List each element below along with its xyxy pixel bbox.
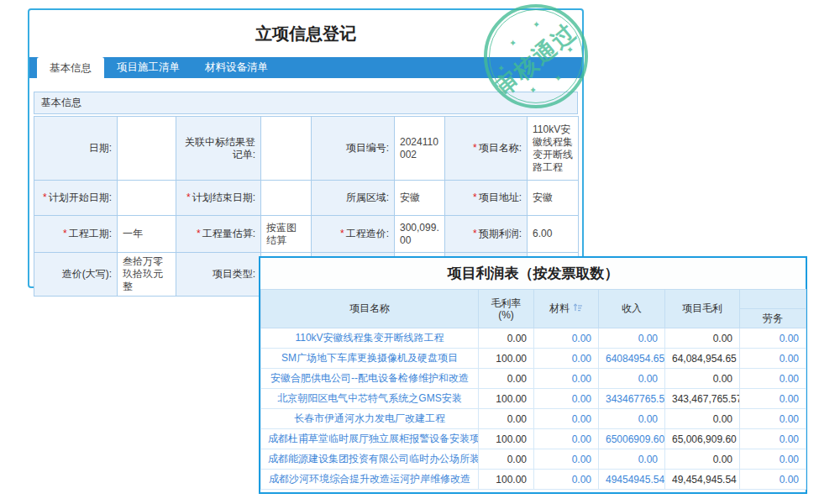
material-value: 0.00 xyxy=(534,349,599,369)
project-name-link[interactable]: 长春市伊通河水力发电厂改建工程 xyxy=(261,409,479,429)
field-label: *项目地址: xyxy=(445,181,528,216)
section-header-basic-info: 基本信息 xyxy=(34,92,578,114)
project-name-link[interactable]: 安徽合肥供电公司--配电设备检修维护和改造 xyxy=(261,369,479,389)
field-label: 项目编号: xyxy=(312,117,395,181)
material-value: 0.00 xyxy=(534,470,599,490)
project-gross-value: 0.00 xyxy=(665,449,740,470)
project-name-link[interactable]: 成都能源建设集团投资有限公司临时办公场所装修改 xyxy=(261,449,479,470)
field-label: *工程造价: xyxy=(312,216,395,253)
gross-rate-value: 100.00 xyxy=(479,470,534,490)
gross-rate-value: 100.00 xyxy=(479,349,534,369)
field-label: 日期: xyxy=(34,117,118,181)
gross-rate-value: 0.00 xyxy=(479,409,534,429)
column-header-income: 收入 xyxy=(599,290,665,328)
field-value[interactable]: 2024110002 xyxy=(395,117,445,181)
project-name-link[interactable]: 成都杜甫草堂临时展厅独立展柜报警设备安装项目 xyxy=(261,429,479,449)
profit-table-row: 110kV安徽线程集变开断线路工程0.000.000.000.000.00 xyxy=(261,328,806,349)
labor-value: 0.00 xyxy=(740,449,806,470)
field-value[interactable] xyxy=(261,117,312,181)
column-header-material[interactable]: 材料 xyxy=(534,290,599,328)
income-value: 64084954.65 xyxy=(599,349,665,369)
field-value[interactable]: 300,099.00 xyxy=(395,216,445,253)
income-value: 0.00 xyxy=(599,409,665,429)
field-label: 造价(大写): xyxy=(34,253,118,297)
project-name-link[interactable]: 成都沙河环境综合提升改造运河护岸维修改造 xyxy=(261,470,479,490)
field-label: *工程工期: xyxy=(34,216,118,253)
gross-rate-label: 毛利率 xyxy=(479,297,533,309)
tab-2[interactable]: 材料设备清单 xyxy=(192,57,281,78)
gross-rate-unit: (%) xyxy=(479,309,533,321)
field-label: *工程量估算: xyxy=(176,216,261,253)
page-title: 立项信息登记 xyxy=(29,23,582,45)
field-value[interactable] xyxy=(118,117,176,181)
field-value[interactable]: 叁拾万零玖拾玖元整 xyxy=(118,253,176,297)
field-value[interactable]: 6.00 xyxy=(528,216,579,253)
project-name-link[interactable]: 北京朝阳区电气中芯特气系统之GMS安装 xyxy=(261,389,479,409)
profit-table-row: 成都沙河环境综合提升改造运河护岸维修改造100.000.0049454945.5… xyxy=(261,470,806,490)
gross-rate-value: 100.00 xyxy=(479,429,534,449)
project-gross-value: 0.00 xyxy=(665,409,740,429)
field-label: *项目名称: xyxy=(445,117,528,181)
labor-value: 0.00 xyxy=(740,369,806,389)
required-asterisk: * xyxy=(197,228,201,239)
profit-table-title: 项目利润表（按发票取数） xyxy=(260,258,806,289)
field-value[interactable]: 一年 xyxy=(118,216,176,253)
labor-value: 0.00 xyxy=(740,470,806,490)
column-header-labor: 劳务 xyxy=(740,309,806,328)
field-value[interactable]: 110kV安徽线程集变开断线路工程 xyxy=(528,117,579,181)
field-value[interactable] xyxy=(261,181,312,216)
material-value: 0.00 xyxy=(534,429,599,449)
project-name-link[interactable]: 110kV安徽线程集变开断线路工程 xyxy=(261,328,479,349)
required-asterisk: * xyxy=(63,228,67,239)
income-value: 0.00 xyxy=(599,328,665,349)
column-header-group-empty xyxy=(740,290,806,309)
project-name-link[interactable]: SM广场地下车库更换摄像机及硬盘项目 xyxy=(261,349,479,369)
project-gross-value: 0.00 xyxy=(665,328,740,349)
required-asterisk: * xyxy=(43,192,47,203)
project-profit-panel: 项目利润表（按发票取数） 项目名称 毛利率 (%) 材料 收入 项目毛利 劳务 xyxy=(259,256,807,494)
income-value: 0.00 xyxy=(599,369,665,389)
profit-table: 项目名称 毛利率 (%) 材料 收入 项目毛利 劳务 110kV安徽线程集变开断… xyxy=(260,289,806,490)
project-gross-value: 0.00 xyxy=(665,369,740,389)
labor-value: 0.00 xyxy=(740,328,806,349)
column-header-project-name: 项目名称 xyxy=(261,290,479,328)
material-value: 0.00 xyxy=(534,369,599,389)
gross-rate-value: 0.00 xyxy=(479,328,534,349)
material-value: 0.00 xyxy=(534,409,599,429)
project-gross-value: 64,084,954.65 xyxy=(665,349,740,369)
field-label: *计划结束日期: xyxy=(176,181,261,216)
required-asterisk: * xyxy=(186,192,191,203)
labor-value: 0.00 xyxy=(740,389,806,409)
project-gross-value: 65,006,909.60 xyxy=(665,429,740,449)
profit-table-row: 安徽合肥供电公司--配电设备检修维护和改造0.000.000.000.000.0… xyxy=(261,369,806,389)
form-row: *计划开始日期:*计划结束日期:所属区域:安徽*项目地址:安徽 xyxy=(34,181,579,216)
income-value: 49454945.54 xyxy=(599,470,665,490)
required-asterisk: * xyxy=(473,192,477,203)
field-label: 所属区域: xyxy=(312,181,395,216)
profit-table-row: SM广场地下车库更换摄像机及硬盘项目100.000.0064084954.656… xyxy=(261,349,806,369)
labor-value: 0.00 xyxy=(740,429,806,449)
profit-table-row: 成都能源建设集团投资有限公司临时办公场所装修改0.000.000.000.000… xyxy=(261,449,806,470)
project-registration-panel: 立项信息登记 基本信息项目施工清单材料设备清单 基本信息 日期:关联中标结果登记… xyxy=(28,8,584,288)
labor-value: 0.00 xyxy=(740,349,806,369)
field-value[interactable] xyxy=(118,181,176,216)
field-label: *计划开始日期: xyxy=(34,181,118,216)
sort-asc-icon[interactable] xyxy=(573,302,583,315)
income-value: 65006909.60 xyxy=(599,429,665,449)
field-value[interactable]: 安徽 xyxy=(395,181,445,216)
profit-table-row: 长春市伊通河水力发电厂改建工程0.000.000.000.000.00 xyxy=(261,409,806,429)
tab-0[interactable]: 基本信息 xyxy=(37,57,104,83)
project-gross-value: 343,467,765.57 xyxy=(665,389,740,409)
field-value[interactable]: 按蓝图结算 xyxy=(261,216,312,253)
tab-1[interactable]: 项目施工清单 xyxy=(104,57,192,78)
field-value[interactable]: 安徽 xyxy=(528,181,579,216)
income-value: 0.00 xyxy=(599,449,665,470)
field-label: 关联中标结果登记单: xyxy=(176,117,261,181)
field-label: *预期利润: xyxy=(445,216,528,253)
gross-rate-value: 100.00 xyxy=(479,389,534,409)
profit-table-row: 成都杜甫草堂临时展厅独立展柜报警设备安装项目100.000.0065006909… xyxy=(261,429,806,449)
required-asterisk: * xyxy=(340,228,344,239)
material-label: 材料 xyxy=(549,302,570,314)
required-asterisk: * xyxy=(473,142,477,154)
material-value: 0.00 xyxy=(534,328,599,349)
